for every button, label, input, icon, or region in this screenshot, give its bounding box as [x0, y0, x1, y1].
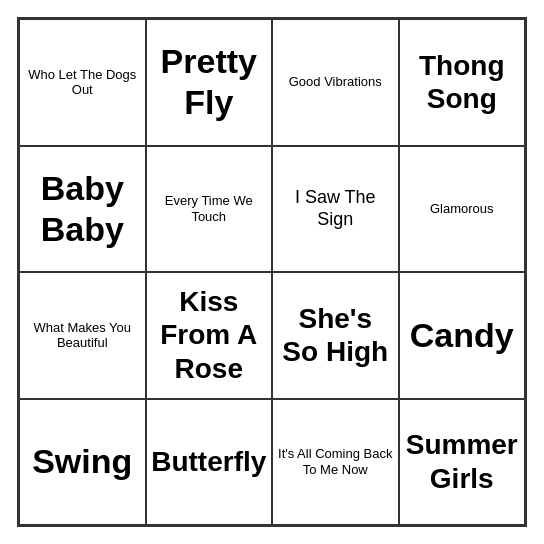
bingo-cell-r1c2: I Saw The Sign — [272, 146, 399, 273]
bingo-cell-r2c3: Candy — [399, 272, 526, 399]
bingo-cell-r1c1: Every Time We Touch — [146, 146, 273, 273]
bingo-cell-r2c0: What Makes You Beautiful — [19, 272, 146, 399]
bingo-cell-r2c2: She's So High — [272, 272, 399, 399]
bingo-cell-r1c0: Baby Baby — [19, 146, 146, 273]
bingo-cell-r0c1: Pretty Fly — [146, 19, 273, 146]
bingo-cell-r3c1: Butterfly — [146, 399, 273, 526]
bingo-cell-r0c2: Good Vibrations — [272, 19, 399, 146]
bingo-cell-r3c3: Summer Girls — [399, 399, 526, 526]
bingo-cell-r1c3: Glamorous — [399, 146, 526, 273]
bingo-cell-r3c0: Swing — [19, 399, 146, 526]
bingo-cell-r0c0: Who Let The Dogs Out — [19, 19, 146, 146]
bingo-cell-r3c2: It's All Coming Back To Me Now — [272, 399, 399, 526]
bingo-cell-r2c1: Kiss From A Rose — [146, 272, 273, 399]
bingo-cell-r0c3: Thong Song — [399, 19, 526, 146]
bingo-card: Who Let The Dogs OutPretty FlyGood Vibra… — [17, 17, 527, 527]
